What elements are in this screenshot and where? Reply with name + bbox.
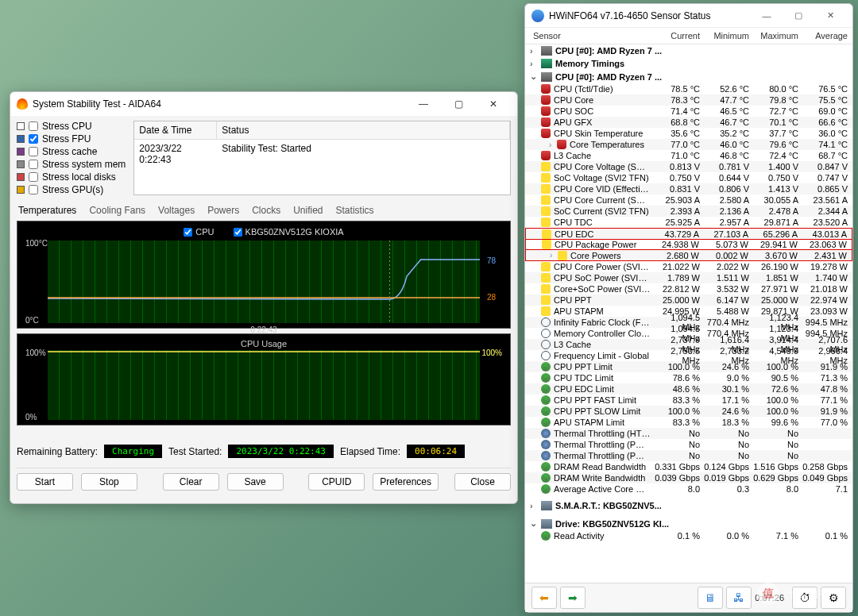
preferences-button[interactable]: Preferences <box>373 473 439 491</box>
hdr-average[interactable]: Average <box>798 31 848 40</box>
legend-ssd-checkbox[interactable] <box>234 228 242 237</box>
prev-button[interactable]: ⬅ <box>531 587 557 609</box>
remaining-battery-label: Remaining Battery: <box>17 446 98 457</box>
stress-checkbox[interactable] <box>29 121 38 131</box>
sensor-row[interactable]: › Core Powers 2.680 W 0.002 W 3.670 W 2.… <box>525 250 852 261</box>
close-button[interactable]: ✕ <box>814 5 846 27</box>
hdr-current[interactable]: Current <box>651 31 700 40</box>
sensor-row[interactable]: CPU TDC 25.925 A 2.957 A 29.871 A 23.520… <box>525 217 852 228</box>
sensor-row[interactable]: CPU SoC Power (SVI2 TFN) 1.789 W 1.511 W… <box>525 272 852 283</box>
sensor-row[interactable]: CPU Package Power 24.938 W 5.073 W 29.94… <box>525 239 852 250</box>
clear-button[interactable]: Clear <box>163 473 219 491</box>
sensor-group[interactable]: ⌄CPU [#0]: AMD Ryzen 7 ... <box>525 70 852 83</box>
close-dialog-button[interactable]: Close <box>454 473 511 491</box>
tab-powers[interactable]: Powers <box>206 203 241 218</box>
sensor-name: CPU Package Power <box>555 240 650 249</box>
sensor-group[interactable]: ›Memory Timings <box>525 57 852 70</box>
sensor-row[interactable]: DRAM Read Bandwidth 0.331 Gbps 0.124 Gbp… <box>525 461 852 472</box>
sensor-max: 99.6 % <box>749 418 798 427</box>
cpuid-button[interactable]: CPUID <box>308 473 365 491</box>
sensor-row[interactable]: CPU Core Current (SVI2 ... 25.903 A 2.58… <box>525 194 852 206</box>
stress-checkbox[interactable] <box>29 172 38 182</box>
sensor-group[interactable]: ⌄Drive: KBG50ZNV512G KI... <box>525 517 852 530</box>
sensor-row[interactable]: L3 Cache 71.0 °C 46.8 °C 72.4 °C 68.7 °C <box>525 150 852 161</box>
sensor-row[interactable]: Thermal Throttling (PRO... No No No <box>525 450 852 461</box>
stop-button[interactable]: Stop <box>81 473 137 491</box>
sensor-current: 71.4 °C <box>651 106 700 116</box>
stress-option-0[interactable]: Stress CPU <box>17 121 126 132</box>
start-button[interactable]: Start <box>17 473 73 491</box>
stress-option-5[interactable]: Stress GPU(s) <box>17 184 126 195</box>
sensor-current: 100.0 % <box>651 362 700 372</box>
stress-option-2[interactable]: Stress cache <box>17 146 126 157</box>
volt-icon <box>541 306 551 316</box>
sensor-row[interactable]: SoC Current (SVI2 TFN) 2.393 A 2.136 A 2… <box>525 206 852 217</box>
sensor-row[interactable]: Thermal Throttling (HTC) No No No <box>525 428 852 439</box>
stress-option-1[interactable]: Stress FPU <box>17 133 126 144</box>
sensor-row[interactable]: CPU EDC 43.729 A 27.103 A 65.296 A 43.01… <box>525 228 852 239</box>
sensor-row[interactable]: CPU (Tctl/Tdie) 78.5 °C 52.6 °C 80.0 °C … <box>525 83 852 94</box>
aida64-titlebar[interactable]: System Stability Test - AIDA64 — ▢ ✕ <box>10 92 517 116</box>
sensor-row[interactable]: DRAM Write Bandwidth 0.039 Gbps 0.019 Gb… <box>525 472 852 483</box>
sensor-row[interactable]: CPU SOC 71.4 °C 46.5 °C 72.7 °C 69.0 °C <box>525 106 852 117</box>
sensor-row[interactable]: › Core Temperatures 77.0 °C 46.0 °C 79.6… <box>525 139 852 150</box>
minimize-button[interactable]: — <box>406 93 441 115</box>
maximize-button[interactable]: ▢ <box>441 93 476 115</box>
close-button[interactable]: ✕ <box>476 93 511 115</box>
sensor-row[interactable]: CPU EDC Limit 48.6 % 30.1 % 72.6 % 47.8 … <box>525 383 852 395</box>
sensor-row[interactable]: Thermal Throttling (PRO... No No No <box>525 439 852 450</box>
tab-temperatures[interactable]: Temperatures <box>17 203 78 218</box>
sensor-name: DRAM Write Bandwidth <box>554 473 651 483</box>
network-button[interactable]: 🖧 <box>726 587 752 609</box>
sensor-current: 0.1 % <box>651 531 700 541</box>
tab-voltages[interactable]: Voltages <box>157 203 196 218</box>
sensor-row[interactable]: CPU Skin Temperature 35.6 °C 35.2 °C 37.… <box>525 128 852 139</box>
legend-cpu-checkbox[interactable] <box>184 228 192 237</box>
sensor-row[interactable]: CPU PPT FAST Limit 83.3 % 17.1 % 100.0 %… <box>525 395 852 406</box>
sensor-avg: 23.093 W <box>798 306 848 316</box>
sensor-row[interactable]: APU GFX 68.8 °C 46.7 °C 70.1 °C 66.6 °C <box>525 117 852 128</box>
sensor-row[interactable]: SoC Voltage (SVI2 TFN) 0.750 V 0.644 V 0… <box>525 172 852 183</box>
sensor-row[interactable]: Core+SoC Power (SVI2 T... 22.812 W 3.532… <box>525 283 852 295</box>
stress-checkbox[interactable] <box>29 134 38 144</box>
stress-option-4[interactable]: Stress local disks <box>17 171 126 183</box>
sensor-row[interactable]: CPU PPT 25.000 W 6.147 W 25.000 W 22.974… <box>525 295 852 306</box>
screen-button[interactable]: 🖥 <box>698 587 723 609</box>
sensor-row[interactable]: CPU Core 78.3 °C 47.7 °C 79.8 °C 75.5 °C <box>525 94 852 106</box>
tab-statistics[interactable]: Statistics <box>334 203 376 218</box>
sensor-row[interactable]: CPU PPT SLOW Limit 100.0 % 24.6 % 100.0 … <box>525 406 852 417</box>
hdr-sensor[interactable]: Sensor <box>533 31 651 40</box>
save-button[interactable]: Save <box>227 473 284 491</box>
next-button[interactable]: ➡ <box>560 587 586 609</box>
sensor-row[interactable]: Average Active Core Count 8.0 0.3 8.0 7.… <box>525 483 852 495</box>
sensor-row[interactable]: CPU PPT Limit 100.0 % 24.6 % 100.0 % 91.… <box>525 361 852 372</box>
tab-clocks[interactable]: Clocks <box>250 203 282 218</box>
stress-checkbox[interactable] <box>29 160 38 169</box>
sensor-row[interactable]: APU STAPM Limit 83.3 % 18.3 % 99.6 % 77.… <box>525 417 852 428</box>
sensor-row[interactable]: CPU TDC Limit 78.6 % 9.0 % 90.5 % 71.3 % <box>525 372 852 383</box>
tab-unified[interactable]: Unified <box>292 203 324 218</box>
hdr-minimum[interactable]: Minimum <box>700 31 749 40</box>
sensor-tree[interactable]: ›CPU [#0]: AMD Ryzen 7 ...›Memory Timing… <box>525 44 852 583</box>
minimize-button[interactable]: — <box>751 5 783 27</box>
tab-cooling-fans[interactable]: Cooling Fans <box>87 203 147 218</box>
stress-checkbox[interactable] <box>29 147 38 156</box>
sensor-current: 25.903 A <box>651 195 700 205</box>
sensor-current: 78.6 % <box>651 373 700 383</box>
sensor-name: Infinity Fabric Clock (FCLK) <box>554 318 651 327</box>
stress-checkbox[interactable] <box>29 185 38 194</box>
hwinfo-titlebar[interactable]: HWiNFO64 v7.16-4650 Sensor Status — ▢ ✕ <box>525 4 852 28</box>
sensor-group[interactable]: ›S.M.A.R.T.: KBG50ZNV5... <box>525 499 852 512</box>
sensor-row[interactable]: CPU Core Voltage (SVI2 ... 0.813 V 0.781… <box>525 161 852 172</box>
maximize-button[interactable]: ▢ <box>783 5 814 27</box>
sensor-row[interactable]: Read Activity 0.1 % 0.0 % 7.1 % 0.1 % <box>525 530 852 541</box>
sensor-row[interactable]: CPU Core VID (Effective) 0.831 V 0.806 V… <box>525 183 852 194</box>
fan-icon <box>541 429 551 438</box>
sensor-group[interactable]: ›CPU [#0]: AMD Ryzen 7 ... <box>525 44 852 57</box>
hdr-maximum[interactable]: Maximum <box>749 31 798 40</box>
sensor-row[interactable]: CPU Core Power (SVI2 T... 21.022 W 2.022… <box>525 261 852 272</box>
stress-option-3[interactable]: Stress system mem <box>17 159 126 170</box>
sensor-row[interactable]: Frequency Limit - Global 2,750.5 MHz 2,7… <box>525 350 852 361</box>
sensor-avg: 71.3 % <box>798 373 848 383</box>
sensor-max: 29.941 W <box>748 240 798 249</box>
